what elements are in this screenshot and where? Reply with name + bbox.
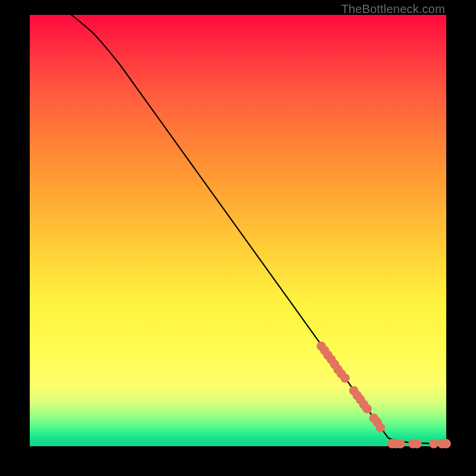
- data-point: [376, 423, 386, 433]
- data-point: [441, 439, 451, 449]
- data-point: [396, 439, 405, 449]
- data-point: [429, 439, 439, 449]
- curve-line: [71, 15, 446, 444]
- plot-area: [30, 15, 446, 446]
- watermark-text: TheBottleneck.com: [341, 2, 445, 16]
- data-point: [412, 439, 422, 449]
- data-point: [362, 404, 372, 414]
- chart-frame: TheBottleneck.com: [0, 0, 476, 476]
- data-point: [340, 374, 350, 383]
- chart-svg: [30, 15, 446, 446]
